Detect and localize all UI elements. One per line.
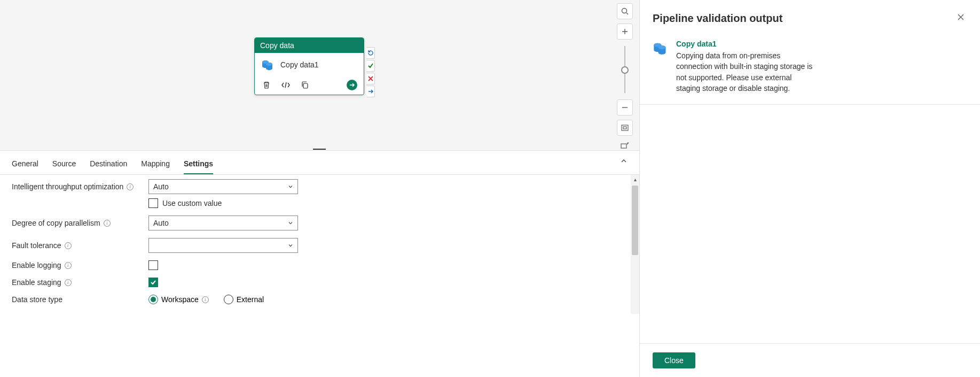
handle-success-icon[interactable] bbox=[366, 60, 375, 72]
handle-skip-icon[interactable] bbox=[366, 86, 375, 97]
handle-retry-icon[interactable] bbox=[366, 47, 375, 59]
validation-item[interactable]: Copy data1 Copying data from on-premises… bbox=[640, 32, 980, 105]
database-icon bbox=[653, 41, 668, 56]
enable-logging-label: Enable logging bbox=[12, 261, 61, 270]
settings-scrollbar[interactable]: ▴ bbox=[631, 175, 639, 314]
copy-icon[interactable] bbox=[300, 80, 310, 90]
data-store-type-label: Data store type bbox=[12, 295, 62, 304]
radio-external[interactable]: External bbox=[224, 295, 264, 304]
chevron-down-icon bbox=[288, 184, 293, 189]
info-icon[interactable]: i bbox=[65, 279, 72, 286]
tab-general[interactable]: General bbox=[12, 156, 38, 174]
fault-tolerance-select[interactable] bbox=[148, 238, 298, 253]
search-icon[interactable] bbox=[617, 3, 633, 19]
tab-mapping[interactable]: Mapping bbox=[141, 156, 170, 174]
validation-item-title[interactable]: Copy data1 bbox=[676, 40, 815, 48]
tab-settings[interactable]: Settings bbox=[184, 156, 213, 174]
database-icon bbox=[261, 58, 274, 71]
activity-name: Copy data1 bbox=[280, 60, 319, 69]
svg-rect-4 bbox=[303, 83, 308, 88]
radio-external-label: External bbox=[237, 295, 264, 304]
svg-point-3 bbox=[266, 63, 272, 66]
radio-workspace[interactable]: Workspace i bbox=[148, 295, 209, 304]
zoom-out-icon[interactable] bbox=[617, 99, 633, 116]
info-icon[interactable]: i bbox=[127, 183, 134, 190]
validation-title: Pipeline validation output bbox=[653, 12, 782, 25]
info-icon[interactable]: i bbox=[202, 296, 209, 303]
custom-value-label: Use custom value bbox=[162, 199, 222, 207]
code-icon[interactable] bbox=[280, 80, 291, 90]
enable-staging-checkbox[interactable] bbox=[148, 278, 158, 287]
scroll-up-icon[interactable]: ▴ bbox=[631, 175, 639, 183]
parallelism-value: Auto bbox=[153, 219, 169, 227]
fault-tolerance-label: Fault tolerance bbox=[12, 241, 61, 250]
delete-icon[interactable] bbox=[261, 80, 272, 90]
handle-failure-icon[interactable] bbox=[366, 73, 375, 84]
radio-workspace-label: Workspace bbox=[161, 295, 199, 304]
close-button[interactable]: Close bbox=[653, 352, 695, 368]
validation-item-message: Copying data from on-premises connection… bbox=[676, 50, 815, 94]
svg-point-12 bbox=[658, 45, 666, 49]
throughput-value: Auto bbox=[153, 182, 169, 191]
throughput-label: Intelligent throughput optimization bbox=[12, 182, 123, 191]
parallelism-label: Degree of copy parallelism bbox=[12, 219, 100, 227]
zoom-thumb[interactable] bbox=[621, 66, 629, 74]
fit-screen-icon[interactable] bbox=[617, 120, 633, 136]
zoom-slider[interactable] bbox=[624, 46, 625, 93]
next-activity-icon[interactable] bbox=[347, 80, 357, 90]
svg-point-5 bbox=[622, 9, 627, 13]
svg-rect-8 bbox=[621, 144, 626, 148]
zoom-in-icon[interactable] bbox=[617, 24, 633, 40]
settings-tabs: General Source Destination Mapping Setti… bbox=[0, 151, 639, 175]
throughput-select[interactable]: Auto bbox=[148, 179, 298, 194]
activity-node-copy-data[interactable]: Copy data Copy data1 bbox=[254, 37, 364, 95]
svg-rect-7 bbox=[623, 127, 626, 129]
parallelism-select[interactable]: Auto bbox=[148, 216, 298, 230]
tab-destination[interactable]: Destination bbox=[90, 156, 127, 174]
chevron-down-icon bbox=[288, 243, 293, 248]
info-icon[interactable]: i bbox=[65, 262, 72, 269]
enable-logging-checkbox[interactable] bbox=[148, 260, 158, 270]
svg-rect-6 bbox=[622, 125, 628, 130]
info-icon[interactable]: i bbox=[65, 242, 72, 249]
scroll-thumb[interactable] bbox=[632, 186, 638, 255]
info-icon[interactable]: i bbox=[104, 220, 111, 227]
collapse-panel-icon[interactable] bbox=[620, 157, 628, 167]
chevron-down-icon bbox=[288, 220, 293, 226]
validation-panel: Pipeline validation output Copy data1 Co… bbox=[639, 0, 980, 377]
expand-icon[interactable] bbox=[617, 140, 633, 151]
pipeline-canvas[interactable]: Copy data Copy data1 bbox=[0, 0, 639, 151]
close-icon[interactable] bbox=[954, 11, 967, 26]
custom-value-checkbox[interactable] bbox=[148, 198, 158, 208]
activity-header: Copy data bbox=[255, 38, 364, 53]
tab-source[interactable]: Source bbox=[52, 156, 76, 174]
enable-staging-label: Enable staging bbox=[12, 278, 61, 287]
